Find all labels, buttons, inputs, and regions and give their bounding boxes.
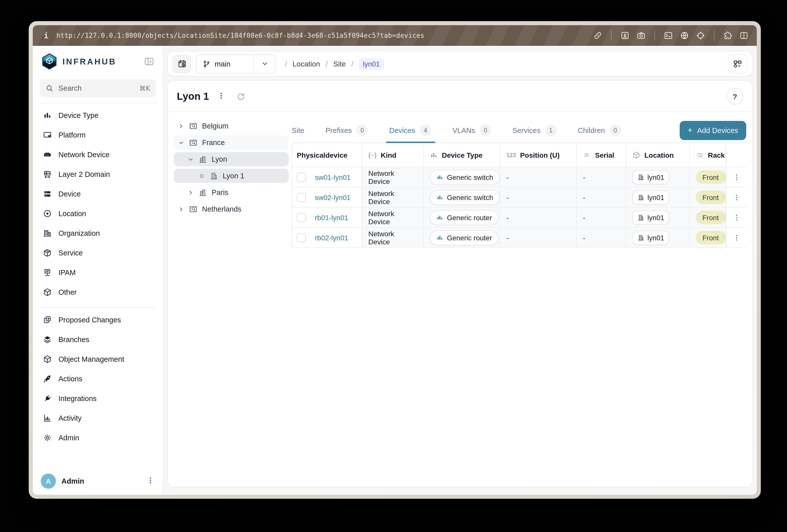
link-icon[interactable] <box>593 31 602 40</box>
column-header-position[interactable]: 123Position (U) <box>500 143 576 167</box>
sidebar-item-layer-2-domain[interactable]: Layer 2 Domain <box>40 164 156 184</box>
user-kebab-menu[interactable] <box>146 476 155 486</box>
device-link[interactable]: sw01-lyn01 <box>315 173 351 181</box>
help-button[interactable]: ? <box>726 88 743 105</box>
titlebar-separator <box>714 30 715 41</box>
row-checkbox[interactable] <box>297 213 306 222</box>
list-icon <box>696 151 704 159</box>
schema-icon <box>732 59 743 69</box>
branch-name: main <box>215 60 231 68</box>
object-kebab-menu[interactable] <box>217 91 225 102</box>
add-devices-label: Add Devices <box>697 126 738 134</box>
breadcrumb-location[interactable]: Location <box>293 60 320 68</box>
crosshair-icon[interactable] <box>696 31 705 40</box>
tab-services[interactable]: Services1 <box>512 118 556 143</box>
device-link[interactable]: rb01-lyn01 <box>315 213 348 221</box>
chevron-right-icon[interactable] <box>178 123 185 129</box>
branch-caret[interactable] <box>254 60 275 67</box>
row-checkbox[interactable] <box>297 193 306 202</box>
sidebar-item-device-type[interactable]: Device Type <box>40 105 156 125</box>
row-checkbox[interactable] <box>297 233 306 242</box>
sidebar-item-label: Integrations <box>59 394 97 402</box>
schema-visualizer-button[interactable] <box>728 54 747 73</box>
sidebar-item-network-device[interactable]: Network Device <box>40 145 156 164</box>
chevron-down-icon[interactable] <box>187 156 194 163</box>
sidebar-item-integrations[interactable]: Integrations <box>40 388 156 408</box>
sidebar-item-activity[interactable]: Activity <box>40 408 156 428</box>
location-pill[interactable]: lyn01 <box>632 170 669 184</box>
sidebar-item-actions[interactable]: Actions <box>40 369 156 388</box>
time-travel-button[interactable] <box>173 55 191 73</box>
sidebar-item-platform[interactable]: Platform <box>40 125 156 145</box>
row-actions[interactable] <box>726 228 746 248</box>
breadcrumb-site[interactable]: Site <box>333 60 346 68</box>
tab-prefixes[interactable]: Prefixes0 <box>325 118 368 143</box>
breadcrumb-current[interactable]: lyn01 <box>359 58 384 69</box>
device-type-pill[interactable]: Generic switch <box>430 190 500 205</box>
table-row-cell: Front <box>689 187 726 208</box>
tab-vlans[interactable]: VLANs0 <box>452 118 491 143</box>
device-type-pill[interactable]: Generic router <box>430 230 498 245</box>
row-actions[interactable] <box>726 187 746 208</box>
sidebar-item-label: Device Type <box>59 111 99 119</box>
column-header-location[interactable]: Location <box>626 143 689 167</box>
tree-item-paris[interactable]: Paris <box>174 185 289 199</box>
refresh-button[interactable] <box>236 92 245 101</box>
branch-selector[interactable]: main <box>196 54 276 73</box>
sidebar-item-ipam[interactable]: IPAM <box>40 262 156 282</box>
chevron-right-icon[interactable] <box>178 206 185 212</box>
sidebar-item-device[interactable]: Device <box>40 184 156 204</box>
row-actions[interactable] <box>726 208 746 228</box>
tree-item-lyon[interactable]: Lyon <box>174 152 289 166</box>
url-bar[interactable]: http://127.0.0.1:8000/objects/LocationSi… <box>57 32 425 39</box>
device-link[interactable]: sw02-lyn01 <box>315 193 351 201</box>
tab-site[interactable]: Site <box>292 118 304 143</box>
device-type-pill[interactable]: Generic router <box>430 210 498 225</box>
building-icon <box>637 174 644 180</box>
row-actions[interactable] <box>726 167 746 187</box>
puzzle-icon[interactable] <box>723 31 732 40</box>
device-type-pill[interactable]: Generic switch <box>430 170 500 185</box>
tree-item-france[interactable]: France <box>174 135 289 150</box>
row-checkbox[interactable] <box>297 173 306 182</box>
location-pill[interactable]: lyn01 <box>632 190 669 204</box>
sidebar-item-admin[interactable]: Admin <box>40 428 156 447</box>
column-header-physicaldevice[interactable]: Physicaldevice <box>292 143 362 167</box>
location-pill[interactable]: lyn01 <box>632 210 669 225</box>
chevron-right-icon[interactable] <box>187 189 194 196</box>
sidebar-item-other[interactable]: Other <box>40 282 156 302</box>
column-header-actions <box>726 143 746 167</box>
chevron-down-icon[interactable] <box>178 139 185 146</box>
tree-item-lyon-1[interactable]: Lyon 1 <box>174 169 289 183</box>
sidebar-collapse-button[interactable] <box>144 56 155 67</box>
calendar-clock-icon <box>177 59 187 68</box>
tab-children[interactable]: Children0 <box>578 118 621 143</box>
user-menu[interactable]: A Admin <box>40 471 156 489</box>
sidebar-item-service[interactable]: Service <box>40 243 156 262</box>
add-devices-button[interactable]: + Add Devices <box>679 121 746 140</box>
location-pill[interactable]: lyn01 <box>632 231 669 244</box>
column-header-serial[interactable]: Serial <box>576 143 626 167</box>
terminal-icon[interactable] <box>663 31 673 40</box>
column-header-kind[interactable]: {··}Kind <box>362 143 423 167</box>
search-input[interactable]: Search ⌘K <box>40 79 156 97</box>
device-link[interactable]: rb02-lyn01 <box>315 234 348 241</box>
sidebar-item-proposed-changes[interactable]: Proposed Changes <box>40 310 156 329</box>
tab-label: Devices <box>389 126 415 134</box>
image-icon[interactable] <box>620 31 630 40</box>
camera-icon[interactable] <box>636 31 646 40</box>
sidebar-item-branches[interactable]: Branches <box>40 329 156 349</box>
sidebar-item-object-management[interactable]: Object Management <box>40 349 156 369</box>
tab-devices[interactable]: Devices4 <box>389 118 431 143</box>
column-header-rack-face[interactable]: Rack Face <box>689 143 726 167</box>
globe-icon[interactable] <box>680 31 689 40</box>
tree-item-belgium[interactable]: Belgium <box>174 119 289 133</box>
sidebar-item-organization[interactable]: Organization <box>40 223 156 243</box>
info-icon[interactable]: i <box>44 31 48 40</box>
tree-item-netherlands[interactable]: Netherlands <box>174 202 289 216</box>
search-icon <box>45 84 54 92</box>
columns-icon[interactable] <box>739 31 749 40</box>
sidebar-item-location[interactable]: Location <box>40 204 156 223</box>
column-header-device-type[interactable]: Device Type <box>423 143 500 167</box>
table-row-cell: Network Device <box>362 187 423 208</box>
